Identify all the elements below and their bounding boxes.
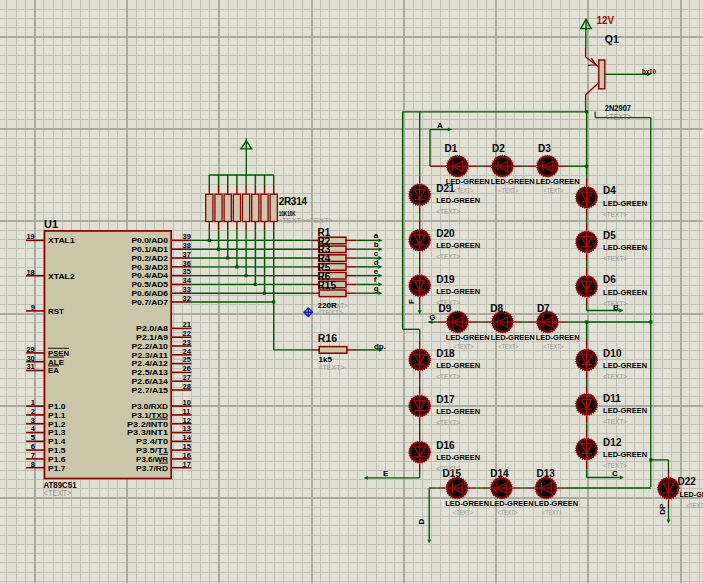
svg-text:2: 2 — [31, 407, 35, 416]
svg-text:38: 38 — [183, 241, 191, 250]
svg-text:D16: D16 — [436, 440, 455, 451]
svg-text:36: 36 — [183, 259, 191, 268]
svg-text:D3: D3 — [538, 143, 551, 154]
svg-text:LED-GREEN: LED-GREEN — [603, 451, 647, 458]
svg-text:26: 26 — [183, 364, 191, 373]
svg-text:P0.0/AD0: P0.0/AD0 — [132, 236, 168, 245]
svg-text:P2.5/A13: P2.5/A13 — [132, 368, 168, 377]
svg-text:a: a — [374, 231, 379, 240]
svg-text:<TEXT>: <TEXT> — [605, 112, 632, 122]
svg-text:<TEXT>: <TEXT> — [436, 253, 460, 260]
svg-text:U1: U1 — [44, 218, 58, 230]
svg-text:P2.7/A15: P2.7/A15 — [132, 386, 168, 395]
svg-text:C: C — [612, 469, 618, 478]
svg-text:LED-GREEN: LED-GREEN — [536, 178, 580, 185]
svg-text:<TEXT>: <TEXT> — [436, 299, 460, 306]
svg-text:P1.1: P1.1 — [48, 411, 66, 420]
svg-text:22: 22 — [183, 329, 191, 338]
svg-text:LED-GREEN: LED-GREEN — [436, 288, 480, 295]
svg-text:LED-GREEN: LED-GREEN — [436, 454, 480, 461]
svg-text:25: 25 — [183, 355, 191, 364]
svg-text:LED-GREEN: LED-GREEN — [536, 334, 580, 341]
svg-text:21: 21 — [183, 320, 191, 329]
svg-text:LED-GREEN: LED-GREEN — [603, 362, 647, 369]
svg-text:P1.5: P1.5 — [48, 446, 66, 455]
svg-text:D22: D22 — [678, 476, 697, 487]
svg-text:PSEN: PSEN — [48, 349, 69, 358]
svg-text:9: 9 — [31, 303, 35, 312]
svg-text:7: 7 — [31, 451, 35, 460]
svg-text:bx10: bx10 — [642, 67, 656, 76]
svg-text:8: 8 — [31, 460, 35, 469]
svg-text:15: 15 — [183, 442, 191, 451]
svg-text:g: g — [374, 284, 379, 293]
svg-text:EA: EA — [48, 366, 60, 375]
svg-text:LED-GREEN: LED-GREEN — [680, 491, 703, 498]
svg-text:<TEXT>: <TEXT> — [44, 488, 72, 498]
svg-text:LED-GREEN: LED-GREEN — [603, 244, 647, 251]
svg-text:R16: R16 — [318, 332, 337, 344]
svg-text:P0.3/AD3: P0.3/AD3 — [132, 263, 168, 272]
svg-text:39: 39 — [183, 232, 191, 241]
svg-text:RST: RST — [48, 307, 64, 316]
svg-text:P3.0/RXD: P3.0/RXD — [132, 402, 169, 411]
svg-text:D10: D10 — [603, 348, 622, 359]
svg-text:5: 5 — [31, 433, 35, 442]
svg-text:30: 30 — [26, 354, 34, 363]
svg-text:33: 33 — [183, 285, 191, 294]
svg-text:D: D — [417, 519, 426, 525]
svg-text:24: 24 — [183, 347, 192, 356]
svg-text:D2: D2 — [492, 143, 505, 154]
svg-text:35: 35 — [183, 267, 191, 276]
svg-text:D6: D6 — [603, 274, 616, 285]
svg-text:P0.7/AD7: P0.7/AD7 — [132, 298, 168, 307]
svg-text:P2.1/A9: P2.1/A9 — [136, 333, 168, 342]
svg-text:23: 23 — [183, 338, 191, 347]
svg-text:12V: 12V — [596, 15, 614, 26]
svg-text:G: G — [429, 313, 435, 322]
svg-text:28: 28 — [183, 382, 191, 391]
svg-text:6: 6 — [31, 442, 35, 451]
svg-text:LED-GREEN: LED-GREEN — [491, 178, 535, 185]
svg-text:<TEXT>: <TEXT> — [603, 418, 627, 425]
svg-text:D4: D4 — [603, 185, 616, 196]
svg-text:29: 29 — [26, 345, 34, 354]
svg-text:<TEXT><TEXT>: <TEXT><TEXT> — [278, 216, 334, 225]
svg-text:LED-GREEN: LED-GREEN — [445, 500, 489, 507]
svg-text:<TEXT>: <TEXT> — [686, 502, 703, 509]
svg-text:P0.2/AD2: P0.2/AD2 — [132, 254, 168, 263]
svg-text:XTAL2: XTAL2 — [48, 272, 75, 281]
svg-text:P1.4: P1.4 — [48, 437, 66, 446]
svg-text:2R314: 2R314 — [279, 196, 308, 207]
svg-text:P1.0: P1.0 — [48, 402, 66, 411]
svg-text:e: e — [374, 267, 379, 276]
svg-text:D11: D11 — [603, 393, 621, 404]
svg-text:P2.2/A10: P2.2/A10 — [132, 342, 168, 351]
svg-text:d: d — [374, 258, 379, 267]
svg-text:LED-GREEN: LED-GREEN — [534, 500, 578, 507]
svg-text:P3.6/WR: P3.6/WR — [136, 455, 169, 464]
svg-text:10: 10 — [183, 398, 191, 407]
svg-text:P1.2: P1.2 — [48, 420, 66, 429]
svg-text:P2.4/A12: P2.4/A12 — [132, 359, 168, 368]
svg-text:D20: D20 — [436, 228, 455, 239]
svg-text:R15: R15 — [318, 280, 337, 291]
svg-text:A: A — [437, 121, 443, 130]
svg-text:dp.: dp. — [374, 342, 386, 351]
svg-text:P1.7: P1.7 — [48, 464, 66, 473]
svg-text:LED-GREEN: LED-GREEN — [436, 408, 480, 415]
svg-text:LED-GREEN: LED-GREEN — [603, 407, 647, 414]
svg-text:E: E — [383, 469, 389, 478]
svg-text:12: 12 — [183, 416, 191, 425]
svg-text:<TEXT>: <TEXT> — [544, 343, 564, 350]
svg-text:<TEXT>: <TEXT> — [544, 187, 564, 194]
svg-text:P2.3/A11: P2.3/A11 — [132, 351, 168, 360]
svg-text:P3.7/RD: P3.7/RD — [136, 464, 169, 473]
svg-text:ALE: ALE — [48, 358, 64, 367]
svg-text:<TEXT>: <TEXT> — [453, 509, 473, 516]
svg-text:D17: D17 — [436, 394, 455, 405]
svg-text:D8: D8 — [490, 303, 503, 314]
svg-text:D5: D5 — [603, 230, 616, 241]
svg-text:<TEXT>: <TEXT> — [542, 509, 562, 516]
svg-text:XTAL1: XTAL1 — [48, 236, 75, 245]
